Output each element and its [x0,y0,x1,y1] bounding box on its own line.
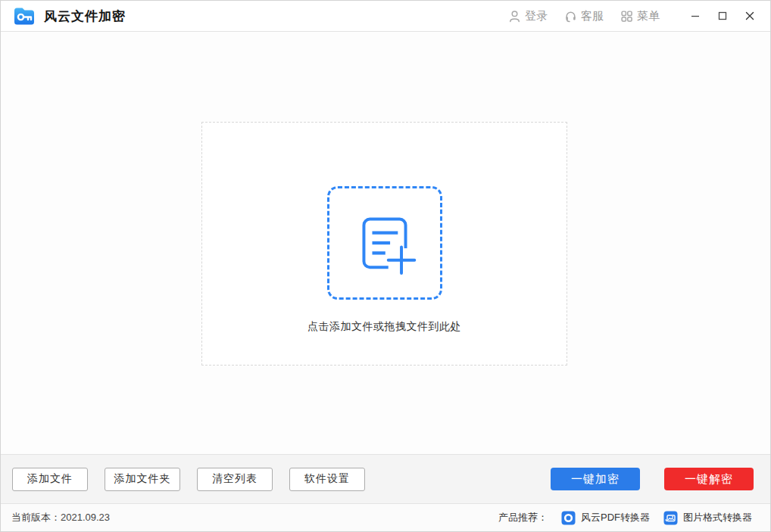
login-label: 登录 [525,9,548,23]
file-list-area: 点击添加文件或拖拽文件到此处 [1,32,770,454]
close-icon [744,11,755,21]
person-icon [508,10,521,23]
support-button[interactable]: 客服 [564,9,604,23]
status-bar: 当前版本：2021.09.23 产品推荐： 风云PDF转换器 图片格式转换器 [1,504,770,531]
image-converter-icon [663,511,678,525]
settings-button[interactable]: 软件设置 [289,468,365,491]
version-value: 2021.09.23 [61,512,110,523]
grid-icon [620,10,633,23]
close-button[interactable] [738,5,761,26]
minimize-button[interactable] [684,5,707,26]
decrypt-button[interactable]: 一键解密 [664,468,754,490]
drop-zone[interactable]: 点击添加文件或拖拽文件到此处 [201,122,567,366]
product-link-image-converter[interactable]: 图片格式转换器 [663,511,752,525]
window-controls [679,5,761,26]
login-button[interactable]: 登录 [508,9,548,23]
recommend-label: 产品推荐： [498,511,548,524]
app-logo-folder-key-icon [13,6,36,26]
clear-list-button[interactable]: 清空列表 [197,468,273,491]
menu-label: 菜单 [637,9,660,23]
product-link-pdf-converter[interactable]: 风云PDF转换器 [561,511,650,525]
product-label: 图片格式转换器 [683,511,752,524]
version-text: 当前版本：2021.09.23 [11,511,110,524]
menu-button[interactable]: 菜单 [620,9,660,23]
maximize-icon [717,11,728,21]
add-folder-button[interactable]: 添加文件夹 [105,468,180,491]
product-label: 风云PDF转换器 [581,511,650,524]
ring-converter-icon [561,511,576,525]
app-window: 风云文件加密 登录 客服 菜单 [0,0,771,532]
add-file-target[interactable] [327,186,442,300]
support-label: 客服 [581,9,604,23]
app-title: 风云文件加密 [44,8,126,25]
headset-icon [564,10,577,23]
add-file-button[interactable]: 添加文件 [12,468,88,491]
version-label: 当前版本： [11,512,61,523]
bottom-toolbar: 添加文件 添加文件夹 清空列表 软件设置 一键加密 一键解密 [1,454,770,504]
title-bar: 风云文件加密 登录 客服 菜单 [1,1,770,32]
document-plus-icon [340,198,429,288]
encrypt-button[interactable]: 一键加密 [551,468,640,490]
drop-hint-text: 点击添加文件或拖拽文件到此处 [307,320,461,334]
maximize-button[interactable] [711,5,734,26]
minimize-icon [690,11,701,21]
